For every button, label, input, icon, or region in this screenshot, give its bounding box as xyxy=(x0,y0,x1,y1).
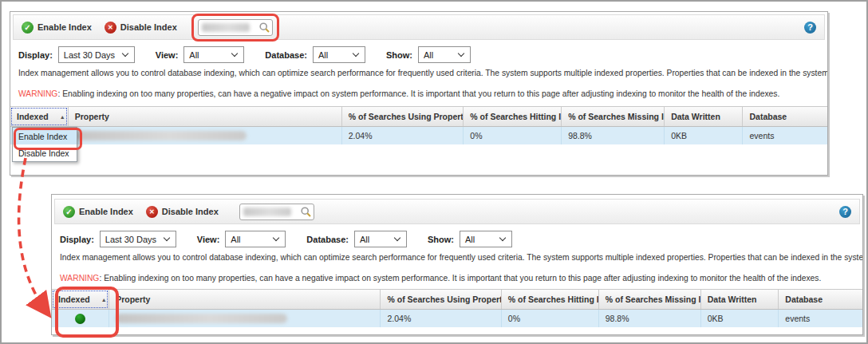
check-circle-icon xyxy=(63,206,75,218)
column-header-property-label: Property xyxy=(75,112,109,121)
column-header-data-written-label: Data Written xyxy=(671,112,720,121)
display-filter-label: Display: xyxy=(60,235,94,244)
show-filter: Show: All xyxy=(386,46,471,63)
warning-text: Enabling indexing on too many properties… xyxy=(62,89,779,98)
disable-index-label: Disable Index xyxy=(120,22,177,32)
cell-property xyxy=(69,127,342,144)
show-select-value: All xyxy=(465,235,475,244)
search-icon[interactable] xyxy=(300,206,312,221)
column-header-searches-hitting[interactable]: % of Searches Hitting Index xyxy=(464,107,562,126)
database-select[interactable]: All xyxy=(313,46,365,63)
column-header-searches-missing[interactable]: % of Searches Missing Index xyxy=(599,290,701,309)
column-header-searches-using[interactable]: % of Searches Using Property xyxy=(342,107,464,126)
database-select-value: All xyxy=(318,50,328,60)
menu-item-disable-index[interactable]: Disable Index xyxy=(13,144,77,161)
database-select-value: All xyxy=(360,235,369,244)
view-filter: View: All xyxy=(156,46,245,63)
question-mark-icon: ? xyxy=(842,207,848,216)
column-header-database[interactable]: Database xyxy=(779,290,862,309)
table-row[interactable]: 2.04% 0% 98.8% 0KB events xyxy=(10,127,827,144)
redacted-search-text xyxy=(243,208,291,216)
display-select-value: Last 30 Days xyxy=(105,235,156,244)
database-filter: Database: All xyxy=(265,46,365,63)
database-filter-label: Database: xyxy=(306,235,349,244)
cell-searches-missing: 98.8% xyxy=(562,127,665,144)
index-management-panel-after: Enable Index Disable Index ? Display xyxy=(51,194,863,335)
enable-index-label: Enable Index xyxy=(79,207,133,216)
column-header-searches-using[interactable]: % of Searches Using Property xyxy=(381,290,501,309)
view-select[interactable]: All xyxy=(183,46,244,63)
indexed-status-dot xyxy=(75,314,85,324)
column-header-using-label: % of Searches Using Property xyxy=(387,295,501,304)
help-button[interactable]: ? xyxy=(839,206,851,218)
disable-index-button[interactable]: Disable Index xyxy=(105,22,177,34)
column-header-database-label: Database xyxy=(785,295,823,304)
chevron-down-icon xyxy=(273,235,280,243)
column-header-data-written[interactable]: Data Written xyxy=(701,290,779,309)
column-header-hitting-label: % of Searches Hitting Index xyxy=(508,295,599,304)
column-header-indexed-label: Indexed xyxy=(58,295,90,304)
cell-property xyxy=(109,310,381,327)
column-header-database[interactable]: Database xyxy=(743,107,827,126)
view-filter-label: View: xyxy=(197,235,220,244)
context-menu: Enable Index Disable Index xyxy=(12,127,77,162)
display-select[interactable]: Last 30 Days xyxy=(100,231,176,247)
cell-searches-using: 2.04% xyxy=(342,127,464,144)
column-header-searches-missing[interactable]: % of Searches Missing Index xyxy=(562,107,665,126)
search-icon[interactable] xyxy=(258,22,270,37)
table-row[interactable]: 2.04% 0% 98.8% 0KB events xyxy=(52,310,862,327)
redacted-property-value xyxy=(75,131,247,140)
warning-label: WARNING xyxy=(60,274,99,283)
show-select[interactable]: All xyxy=(460,231,512,247)
warning-text-line: WARNING: Enabling indexing on too many p… xyxy=(10,77,827,98)
warning-label: WARNING xyxy=(18,89,57,98)
view-select-value: All xyxy=(189,50,199,60)
sort-ascending-icon: ▲ xyxy=(60,114,65,120)
help-button[interactable]: ? xyxy=(804,22,816,34)
enable-index-button[interactable]: Enable Index xyxy=(63,206,133,218)
menu-item-enable-index[interactable]: Enable Index xyxy=(13,128,77,144)
database-filter: Database: All xyxy=(306,231,407,247)
column-header-missing-label: % of Searches Missing Index xyxy=(568,112,665,121)
column-header-database-label: Database xyxy=(749,112,787,121)
chevron-down-icon xyxy=(164,235,171,243)
chevron-down-icon xyxy=(499,235,507,243)
x-circle-icon xyxy=(146,206,158,218)
index-management-panel-before: Enable Index Disable Index ? xyxy=(10,11,828,176)
search-input[interactable] xyxy=(198,19,273,36)
view-select[interactable]: All xyxy=(225,231,286,247)
show-select[interactable]: All xyxy=(418,46,471,63)
redacted-search-text xyxy=(202,23,250,32)
chevron-down-icon xyxy=(353,51,360,58)
display-select-value: Last 30 Days xyxy=(64,50,115,60)
display-filter: Display: Last 30 Days xyxy=(18,46,135,63)
enable-index-button[interactable]: Enable Index xyxy=(22,22,92,34)
chevron-down-icon xyxy=(231,51,239,58)
description-text: Index management allows you to control d… xyxy=(10,63,827,77)
show-filter-label: Show: xyxy=(386,50,412,60)
view-filter: View: All xyxy=(197,231,286,247)
column-header-indexed[interactable]: Indexed ▲ xyxy=(52,290,109,309)
column-header-missing-label: % of Searches Missing Index xyxy=(606,295,701,304)
show-filter-label: Show: xyxy=(428,235,454,244)
index-table: Indexed ▲ Property % of Searches Using P… xyxy=(52,289,862,327)
column-header-property[interactable]: Property xyxy=(109,290,381,309)
cell-searches-hitting: 0% xyxy=(502,310,599,327)
column-header-property[interactable]: Property xyxy=(69,107,342,126)
cell-indexed xyxy=(52,310,109,327)
screenshot-canvas: Enable Index Disable Index ? xyxy=(0,0,868,344)
column-header-indexed[interactable]: Indexed ▲ xyxy=(10,107,69,126)
display-filter-label: Display: xyxy=(18,50,53,60)
chevron-down-icon xyxy=(394,235,401,243)
table-header-row: Indexed ▲ Property % of Searches Using P… xyxy=(52,290,862,310)
display-select[interactable]: Last 30 Days xyxy=(58,46,135,63)
database-select[interactable]: All xyxy=(354,231,407,247)
disable-index-button[interactable]: Disable Index xyxy=(146,206,219,218)
description-text: Index management allows you to control d… xyxy=(52,247,862,262)
warning-text-line: WARNING: Enabling indexing on too many p… xyxy=(52,262,862,283)
column-header-property-label: Property xyxy=(116,295,150,304)
column-header-indexed-label: Indexed xyxy=(17,112,49,121)
column-header-data-written[interactable]: Data Written xyxy=(665,107,743,126)
search-input[interactable] xyxy=(239,204,314,220)
column-header-searches-hitting[interactable]: % of Searches Hitting Index xyxy=(502,290,599,309)
